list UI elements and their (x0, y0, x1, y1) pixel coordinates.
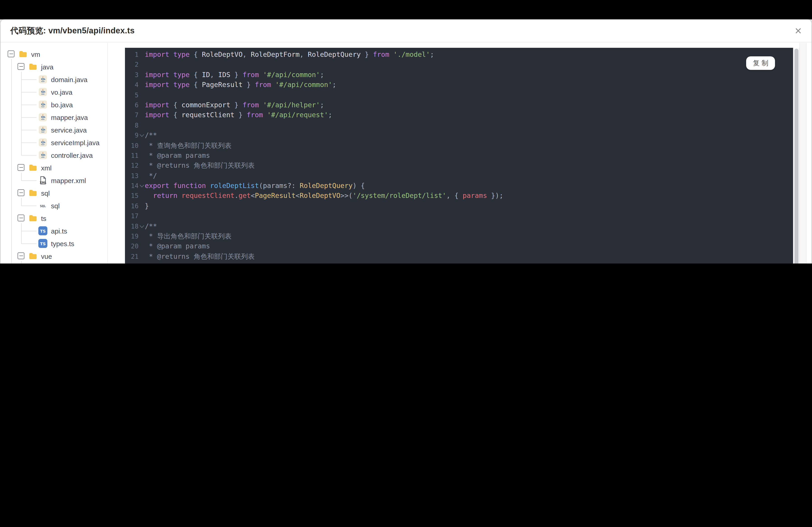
code-scrollbar[interactable] (793, 48, 799, 264)
tree-item-label: serviceImpl.java (51, 139, 100, 146)
tree-item-domain.java[interactable]: domain.java (0, 73, 107, 86)
code-line: 10 * 查询角色和部门关联列表 (125, 140, 793, 151)
tree-item-service.java[interactable]: service.java (0, 123, 107, 136)
code-line: 5 (125, 90, 793, 100)
line-number: 8 (125, 120, 139, 130)
code-line: 19 * 导出角色和部门关联列表 (125, 231, 793, 241)
tree-item-xml[interactable]: xml (0, 161, 107, 174)
java-file-icon (38, 88, 47, 96)
java-file-icon (38, 113, 47, 122)
sql-file-icon: SQL (38, 201, 47, 210)
code-line: 18/** (125, 221, 793, 231)
tree-item-vo.java[interactable]: vo.java (0, 86, 107, 98)
tree-connector-line (21, 173, 21, 180)
fold-toggle-icon[interactable] (140, 132, 144, 137)
scrollbar-thumb[interactable] (794, 49, 798, 264)
fold-toggle-icon[interactable] (140, 183, 144, 187)
tree-item-vue[interactable]: vue (0, 250, 107, 262)
tree-item-label: types.ts (51, 240, 74, 247)
code-line: 7import { requestClient } from '#/api/re… (125, 110, 793, 120)
dialog-title: 代码预览: vm/vben5/api/index.ts (10, 25, 135, 36)
tree-item-controller.java[interactable]: controller.java (0, 149, 107, 161)
code-line: 13 */ (125, 171, 793, 181)
file-tree[interactable]: vmjavadomain.javavo.javabo.javamapper.ja… (0, 43, 108, 264)
tree-item-label: xml (41, 164, 52, 171)
tree-connector-line (21, 206, 37, 206)
tree-item-ts[interactable]: ts (0, 212, 107, 225)
tree-item-java[interactable]: java (0, 60, 107, 73)
line-number: 16 (125, 201, 139, 211)
tree-item-label: vue (41, 252, 52, 260)
line-number: 3 (125, 70, 139, 80)
code-line: 17 (125, 211, 793, 221)
line-number: 13 (125, 171, 139, 181)
tree-connector-line (21, 155, 37, 155)
copy-button[interactable]: 复 制 (746, 56, 775, 70)
tree-connector-line (21, 130, 37, 130)
fold-toggle-icon[interactable] (140, 223, 144, 228)
code-editor[interactable]: 1import type { RoleDeptVO, RoleDeptForm,… (125, 48, 793, 264)
dialog-scrollbar[interactable] (799, 43, 806, 264)
tree-item-label: sql (51, 202, 60, 209)
code-line: 6import { commonExport } from '#/api/hel… (125, 100, 793, 110)
collapse-toggle-icon[interactable] (18, 189, 24, 196)
tree-item-label: service.java (51, 126, 87, 134)
java-file-icon (38, 125, 47, 134)
collapse-toggle-icon[interactable] (18, 63, 24, 70)
folder-icon (28, 214, 38, 223)
line-number: 17 (125, 211, 139, 221)
tree-item-serviceImpl.java[interactable]: serviceImpl.java (0, 136, 107, 149)
line-number: 9 (125, 130, 139, 140)
java-file-icon (38, 151, 47, 160)
collapse-toggle-icon[interactable] (18, 164, 24, 171)
line-number: 1 (125, 49, 139, 60)
tree-item-label: mapper.java (51, 114, 88, 121)
line-number: 10 (125, 140, 139, 151)
tree-item-sql[interactable]: sql (0, 187, 107, 199)
folder-icon (18, 49, 28, 59)
line-number: 15 (125, 191, 139, 201)
tree-connector-line (21, 117, 37, 118)
code-line: 1import type { RoleDeptVO, RoleDeptForm,… (125, 49, 793, 60)
page-background: 代码预览: vm/vben5/api/index.ts × vmjavadoma… (0, 0, 812, 264)
line-number: 7 (125, 110, 139, 120)
code-line: 21 * @returns 角色和部门关联列表 (125, 252, 793, 262)
tree-item-label: java (41, 63, 54, 71)
top-black-bar (0, 0, 812, 19)
collapse-toggle-icon[interactable] (8, 50, 14, 57)
tree-connector-line (21, 231, 37, 231)
tree-connector-line (21, 223, 21, 243)
line-number: 4 (125, 80, 139, 90)
code-line: 22 */ (125, 261, 793, 264)
tree-item-label: mapper.xml (51, 177, 86, 184)
tree-item-api.ts[interactable]: TSapi.ts (0, 225, 107, 237)
tree-item-label: sql (41, 189, 49, 197)
code-line: 14export function roleDeptList(params?: … (125, 181, 793, 191)
line-number: 20 (125, 241, 139, 252)
tree-item-label: controller.java (51, 151, 93, 159)
line-number: 22 (125, 261, 139, 264)
tree-item-label: domain.java (51, 76, 88, 83)
svg-text:SQL: SQL (40, 204, 46, 208)
collapse-toggle-icon[interactable] (18, 253, 24, 259)
folder-icon (28, 189, 38, 197)
tree-item-bo.java[interactable]: bo.java (0, 98, 107, 111)
line-number: 12 (125, 161, 139, 171)
tree-item-label: ts (41, 214, 46, 222)
tree-item-mapper.xml[interactable]: XMLmapper.xml (0, 174, 107, 187)
tree-item-index.vue[interactable]: index.vue (0, 262, 107, 264)
tree-connector-line (21, 92, 37, 92)
java-file-icon (38, 75, 47, 84)
tree-item-vm[interactable]: vm (0, 48, 107, 60)
xml-file-icon: XML (38, 176, 47, 185)
tree-item-types.ts[interactable]: TStypes.ts (0, 237, 107, 250)
tree-connector-line (21, 198, 21, 206)
code-line: 11 * @param params (125, 151, 793, 161)
line-number: 18 (125, 221, 139, 231)
tree-item-sql[interactable]: SQLsql (0, 199, 107, 212)
folder-icon (28, 252, 38, 260)
line-number: 21 (125, 252, 139, 262)
close-button[interactable]: × (792, 25, 804, 36)
collapse-toggle-icon[interactable] (18, 215, 24, 221)
tree-item-mapper.java[interactable]: mapper.java (0, 111, 107, 123)
